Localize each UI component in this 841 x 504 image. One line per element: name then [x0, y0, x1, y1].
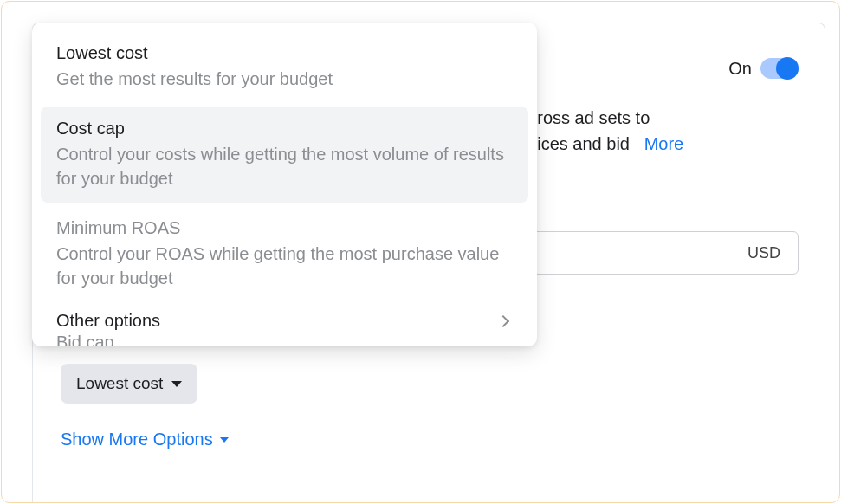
menu-item-title: Cost cap [56, 119, 513, 139]
menu-item-subtitle: Get the most results for your budget [56, 67, 513, 91]
on-toggle-group: On [728, 58, 799, 79]
budget-description: t across ad sets to choices and bid More [509, 105, 799, 157]
caret-down-icon [171, 381, 182, 387]
budget-optimization-toggle[interactable] [760, 58, 799, 79]
bid-strategy-select[interactable]: Lowest cost [61, 364, 197, 404]
show-more-label: Show More Options [61, 430, 213, 449]
menu-item-lowest-cost[interactable]: Lowest cost Get the most results for you… [32, 31, 537, 103]
currency-code: USD [747, 244, 780, 262]
desc-line-1: t across ad sets to [509, 105, 799, 131]
chip-label: Lowest cost [76, 374, 163, 393]
toggle-label: On [728, 59, 752, 79]
menu-item-minimum-roas: Minimum ROAS Control your ROAS while get… [32, 206, 537, 302]
show-more-options-link[interactable]: Show More Options [61, 430, 229, 449]
menu-item-subtitle: Control your ROAS while getting the most… [56, 242, 513, 290]
toggle-knob [776, 57, 799, 80]
menu-item-title: Lowest cost [56, 43, 513, 63]
caret-down-icon [220, 437, 229, 443]
other-options-label: Other options [56, 311, 160, 331]
menu-item-subtitle: Control your costs while getting the mos… [56, 142, 513, 191]
learn-more-link[interactable]: More [644, 134, 684, 153]
menu-item-other-options[interactable]: Other options [32, 302, 537, 331]
chevron-right-icon [497, 314, 509, 326]
menu-item-bid-cap-peek: Bid cap [32, 331, 537, 346]
bid-strategy-dropdown-menu: Lowest cost Get the most results for you… [32, 23, 537, 346]
menu-item-title: Minimum ROAS [56, 218, 513, 238]
menu-item-cost-cap[interactable]: Cost cap Control your costs while gettin… [41, 107, 528, 203]
